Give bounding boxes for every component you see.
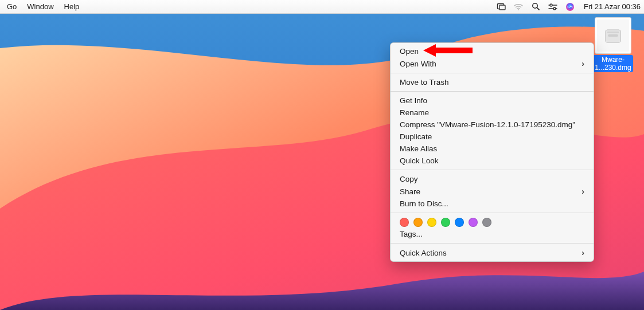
file-label-line2: 1...230.dmg <box>595 64 631 72</box>
separator <box>391 73 594 73</box>
svg-rect-1 <box>499 5 505 10</box>
menu-bar: Go Window Help Fri 21 Azar 00:36 <box>0 0 644 14</box>
annotation-arrow <box>423 44 473 57</box>
ctx-duplicate[interactable]: Duplicate <box>391 131 594 143</box>
ctx-make-alias[interactable]: Make Alias <box>391 143 594 155</box>
spotlight-icon[interactable] <box>531 2 540 11</box>
file-thumb <box>595 17 631 54</box>
tag-purple[interactable] <box>469 218 478 227</box>
ctx-move-to-trash[interactable]: Move to Trash <box>391 76 594 88</box>
svg-line-4 <box>537 7 539 10</box>
ctx-copy[interactable]: Copy <box>391 173 594 185</box>
svg-marker-15 <box>423 44 436 57</box>
ctx-quick-actions[interactable]: Quick Actions› <box>391 246 594 259</box>
control-center-icon[interactable] <box>548 2 557 11</box>
menu-bar-right: Fri 21 Azar 00:36 <box>497 2 641 11</box>
svg-point-8 <box>553 7 556 10</box>
separator <box>391 170 594 170</box>
ctx-tags[interactable]: Tags... <box>391 228 594 240</box>
separator <box>391 213 594 213</box>
desktop-file-dmg[interactable]: Mware- 1...230.dmg <box>590 17 636 72</box>
wifi-icon[interactable] <box>514 2 523 11</box>
ctx-quick-look[interactable]: Quick Look <box>391 155 594 167</box>
desktop[interactable]: Mware- 1...230.dmg Open Open With› Move … <box>0 14 644 310</box>
menu-help[interactable]: Help <box>64 2 80 11</box>
tag-yellow[interactable] <box>427 218 436 227</box>
tag-red[interactable] <box>400 218 409 227</box>
svg-point-6 <box>550 4 552 6</box>
ctx-get-info[interactable]: Get Info <box>391 95 594 107</box>
svg-rect-13 <box>607 32 619 33</box>
ctx-share[interactable]: Share› <box>391 185 594 198</box>
tag-blue[interactable] <box>455 218 464 227</box>
ctx-rename[interactable]: Rename <box>391 107 594 119</box>
siri-icon[interactable] <box>565 2 575 11</box>
menu-bar-left: Go Window Help <box>7 2 79 11</box>
svg-rect-12 <box>608 34 618 37</box>
file-label: Mware- 1...230.dmg <box>593 55 633 72</box>
menubar-clock[interactable]: Fri 21 Azar 00:36 <box>584 2 641 11</box>
ctx-open-with[interactable]: Open With› <box>391 57 594 70</box>
disk-image-icon <box>597 19 629 52</box>
ctx-burn[interactable]: Burn to Disc... <box>391 198 594 210</box>
ctx-compress[interactable]: Compress "VMware-Fusion-12.1.0-17195230.… <box>391 119 594 131</box>
separator <box>391 243 594 244</box>
ctx-open[interactable]: Open <box>391 45 594 57</box>
context-menu: Open Open With› Move to Trash Get Info R… <box>390 42 594 262</box>
chevron-right-icon: › <box>581 248 584 257</box>
tag-orange[interactable] <box>413 218 423 227</box>
menu-window[interactable]: Window <box>27 2 53 11</box>
svg-point-2 <box>518 9 519 10</box>
menu-go[interactable]: Go <box>7 2 17 11</box>
tag-green[interactable] <box>441 218 450 227</box>
screen-mirroring-icon[interactable] <box>497 2 506 11</box>
chevron-right-icon: › <box>581 59 584 68</box>
tag-dots-row <box>391 216 594 228</box>
chevron-right-icon: › <box>581 187 584 196</box>
tag-gray[interactable] <box>482 218 491 227</box>
separator <box>391 91 594 92</box>
file-label-line1: Mware- <box>602 56 625 64</box>
